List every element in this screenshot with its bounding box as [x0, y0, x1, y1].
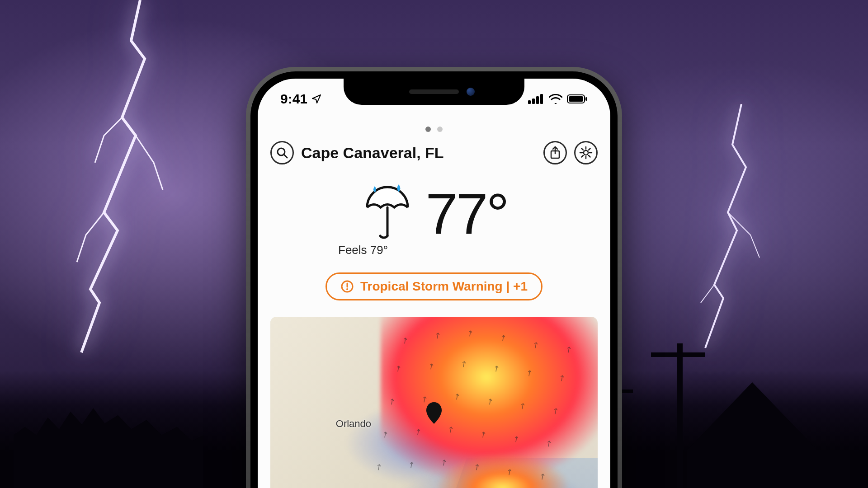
- svg-rect-1: [532, 99, 535, 104]
- status-time: 9:41: [280, 91, 307, 107]
- svg-point-11: [584, 150, 588, 155]
- settings-button[interactable]: [574, 141, 598, 164]
- radar-map[interactable]: ↗↗↗↗↗↗ ↗↗↗↗↗↗ ↗↗↗↗↗↗ ↗↗↗↗↗↗ ↗↗↗↗↗↗ ↗↗↗↗↗…: [270, 317, 598, 488]
- current-conditions: 77°: [270, 183, 598, 246]
- phone-frame: 9:41: [246, 67, 622, 488]
- svg-line-17: [589, 155, 590, 157]
- svg-rect-2: [536, 96, 539, 104]
- location-title[interactable]: Cape Canaveral, FL: [301, 144, 536, 162]
- search-button[interactable]: [270, 141, 294, 164]
- wifi-icon: [549, 94, 562, 104]
- temperature-value: 77°: [425, 185, 508, 243]
- location-pin-icon: [425, 401, 443, 425]
- alert-icon: [340, 280, 354, 293]
- battery-icon: [567, 94, 588, 104]
- page-dot-active: [425, 127, 431, 132]
- page-dot: [437, 127, 443, 132]
- svg-line-18: [589, 149, 590, 150]
- cellular-signal-icon: [528, 94, 544, 104]
- power-pole-cross: [651, 352, 705, 357]
- svg-rect-0: [528, 100, 531, 104]
- svg-line-8: [284, 155, 287, 158]
- lightning-bolt-left: [50, 0, 194, 371]
- svg-point-23: [346, 288, 348, 290]
- share-icon: [549, 146, 561, 160]
- share-button[interactable]: [543, 141, 567, 164]
- svg-line-16: [582, 149, 584, 150]
- umbrella-rain-icon: [360, 183, 415, 246]
- status-bar: 9:41: [258, 79, 610, 115]
- gear-icon: [579, 146, 593, 160]
- search-icon: [276, 146, 288, 159]
- power-pole: [677, 343, 683, 488]
- phone-screen: 9:41: [258, 79, 610, 488]
- svg-line-19: [582, 155, 584, 157]
- svg-rect-3: [540, 94, 543, 104]
- page-indicator[interactable]: [270, 127, 598, 132]
- location-arrow-icon: [311, 94, 322, 104]
- city-label-orlando: Orlando: [336, 418, 371, 430]
- lightning-bolt-right: [687, 104, 796, 357]
- header-row: Cape Canaveral, FL: [270, 141, 598, 164]
- alert-text: Tropical Storm Warning | +1: [360, 279, 528, 294]
- svg-rect-5: [569, 96, 583, 102]
- weather-alert-button[interactable]: Tropical Storm Warning | +1: [326, 272, 542, 300]
- svg-rect-6: [585, 97, 587, 101]
